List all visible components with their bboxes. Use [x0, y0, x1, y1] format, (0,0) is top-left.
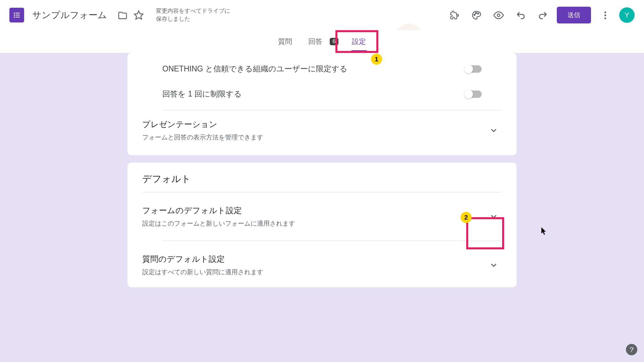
setting-limit-org-users: ONETHING と信頼できる組織のユーザーに限定する	[142, 58, 502, 79]
preview-icon[interactable]	[492, 8, 505, 22]
divider	[162, 110, 502, 110]
divider	[142, 192, 502, 192]
svg-rect-1	[16, 13, 20, 13]
defaults-card: デフォルト フォームのデフォルト設定 設定はこのフォームと新しいフォームに適用さ…	[127, 163, 517, 287]
form-defaults-title: フォームのデフォルト設定	[142, 205, 295, 216]
tab-questions[interactable]: 質問	[275, 32, 295, 52]
toggle-limit-one-response[interactable]	[465, 90, 482, 98]
tab-bar: 質問 回答 6 設定	[0, 30, 644, 53]
question-defaults-title: 質問のデフォルト設定	[142, 254, 263, 264]
tab-settings[interactable]: 設定	[349, 32, 369, 52]
svg-marker-6	[134, 11, 143, 19]
settings-card: ONETHING と信頼できる組織のユーザーに限定する 回答を 1 回に制限する…	[127, 53, 517, 155]
account-avatar[interactable]: Y	[619, 7, 635, 23]
svg-point-7	[474, 14, 475, 15]
submit-button[interactable]: 送信	[557, 7, 591, 23]
section-presentation[interactable]: プレゼンテーション フォームと回答の表示方法を管理できます	[142, 116, 502, 145]
toggle-limit-org-users[interactable]	[465, 65, 482, 73]
folder-icon[interactable]	[116, 8, 129, 22]
save-status: 変更内容をすべてドライブに 保存しました	[156, 7, 230, 23]
palette-icon[interactable]	[470, 8, 483, 22]
expand-question-defaults-icon[interactable]	[486, 257, 502, 273]
svg-point-13	[604, 17, 606, 19]
svg-rect-2	[14, 14, 15, 15]
addons-icon[interactable]	[447, 8, 461, 22]
defaults-section-title: デフォルト	[142, 173, 502, 185]
svg-rect-4	[14, 16, 15, 17]
forms-logo-icon[interactable]	[9, 8, 24, 22]
svg-point-11	[604, 11, 606, 13]
section-question-defaults[interactable]: 質問のデフォルト設定 設定はすべての新しい質問に適用されます	[142, 246, 502, 277]
expand-form-defaults-icon[interactable]	[486, 208, 502, 225]
svg-point-12	[604, 14, 606, 16]
svg-rect-5	[16, 17, 20, 17]
form-title[interactable]: サンプルフォーム	[32, 9, 107, 21]
star-icon[interactable]	[132, 8, 145, 22]
presentation-desc: フォームと回答の表示方法を管理できます	[142, 133, 263, 142]
redo-icon[interactable]	[536, 8, 549, 22]
tab-responses[interactable]: 回答	[306, 32, 325, 52]
svg-point-9	[477, 13, 478, 14]
expand-presentation-icon[interactable]	[486, 122, 502, 138]
svg-point-8	[475, 12, 476, 13]
undo-icon[interactable]	[514, 8, 527, 22]
help-button[interactable]: ?	[626, 344, 637, 355]
more-icon[interactable]	[598, 8, 612, 22]
divider	[162, 241, 502, 241]
presentation-title: プレゼンテーション	[142, 119, 263, 130]
setting-label: 回答を 1 回に制限する	[162, 89, 242, 99]
setting-limit-one-response: 回答を 1 回に制限する	[142, 83, 502, 105]
svg-rect-0	[14, 12, 15, 13]
section-form-defaults[interactable]: フォームのデフォルト設定 設定はこのフォームと新しいフォームに適用されます	[142, 198, 502, 235]
responses-count-badge: 6	[330, 38, 339, 45]
question-defaults-desc: 設定はすべての新しい質問に適用されます	[142, 268, 263, 277]
setting-label: ONETHING と信頼できる組織のユーザーに限定する	[162, 64, 347, 74]
app-header: サンプルフォーム 変更内容をすべてドライブに 保存しました 送信 Y	[0, 0, 644, 30]
svg-point-10	[497, 14, 500, 16]
svg-rect-3	[16, 15, 20, 15]
form-defaults-desc: 設定はこのフォームと新しいフォームに適用されます	[142, 219, 295, 228]
